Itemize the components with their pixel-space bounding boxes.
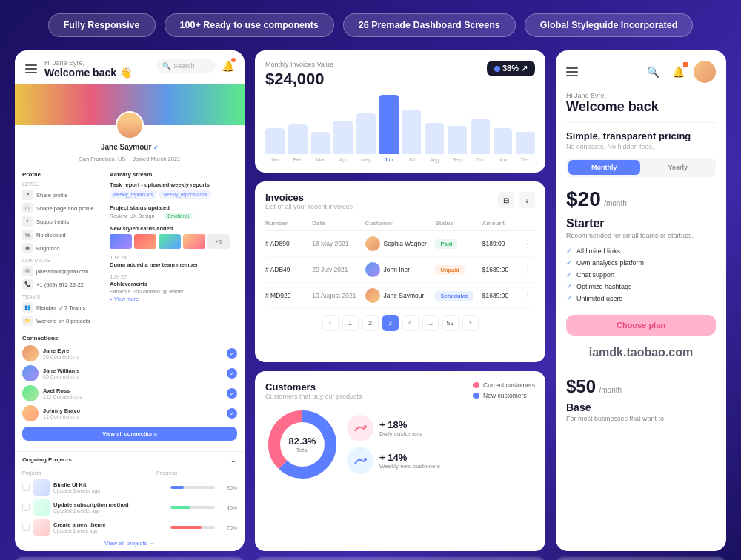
invoice-pagination: ‹ 1 2 3 4 ... 52 › xyxy=(265,309,535,331)
email-icon: ✉ xyxy=(22,266,33,276)
plan1-desc: Recommended for small teams or startups. xyxy=(566,232,716,239)
project-date-0: Updated 3 weeks ago xyxy=(53,488,167,493)
legend-new: New customers xyxy=(473,392,535,399)
profile-item-discount: % No discount xyxy=(22,230,104,240)
panel-right: 🔍 🔔 Hi Jane Eyre, Welcome back Simple, t… xyxy=(556,50,726,551)
th-customer: Customer xyxy=(365,220,436,227)
inv-customer-2: Jane Saymour xyxy=(365,288,436,303)
conn-check-3[interactable]: ✓ xyxy=(227,408,237,419)
project-name-0: Bindle UI Kit xyxy=(53,481,167,488)
bell-area[interactable]: 🔔 xyxy=(222,59,234,73)
feature-label-4: Unlimited users xyxy=(576,295,622,302)
page-ellipsis: ... xyxy=(422,315,439,331)
profile-name: Jane Saymour xyxy=(101,143,151,151)
conn-check-2[interactable]: ✓ xyxy=(227,388,237,399)
profile-member: 👥 Member of 7 Teams xyxy=(22,302,104,313)
connection-2: Axel Ross 112 Connections ✓ xyxy=(22,385,237,401)
invoice-row-1: # ADB49 20 July 2021 John Iner Unpaid $1… xyxy=(265,257,535,283)
connections-section: Connections Jane Eyre 26 Connections ✓ J… xyxy=(15,335,245,451)
conn-avatar-2 xyxy=(22,385,39,401)
row-menu-0[interactable]: ⋮ xyxy=(523,239,535,249)
row-menu-2[interactable]: ⋮ xyxy=(523,290,535,301)
progress-bar-0 xyxy=(170,486,215,489)
progress-fill-2 xyxy=(170,526,202,529)
filter-icon[interactable]: ⊟ xyxy=(498,192,514,208)
refl-mid: Customers xyxy=(255,557,545,560)
feature-label-3: Optimize hashtags xyxy=(576,283,632,290)
file-badge-xls: weekly_reports.xls xyxy=(110,190,156,199)
projects-title: Ongoing Projects xyxy=(22,456,72,463)
bell-dot xyxy=(231,58,236,62)
panel-left: Hi Jane Eyre, Welcome back 👋 🔍 Search 🔔 xyxy=(15,50,245,551)
page-3[interactable]: 3 xyxy=(382,315,399,331)
project-check-2[interactable] xyxy=(22,524,30,531)
search-icon-right[interactable]: 🔍 xyxy=(643,62,662,81)
progress-bar-2 xyxy=(170,526,215,529)
search-placeholder: Search xyxy=(173,62,195,70)
feature-label-1: Own analytics platform xyxy=(576,259,644,267)
conn-avatar-0 xyxy=(22,345,39,361)
chart-badge-text: 38% ↗ xyxy=(502,64,528,73)
cust-avatar-inv-2 xyxy=(365,288,380,303)
conn-check-0[interactable]: ✓ xyxy=(227,348,237,359)
row-menu-1[interactable]: ⋮ xyxy=(523,264,535,275)
view-more-link[interactable]: ▸ View more xyxy=(110,296,237,302)
page-next[interactable]: › xyxy=(462,315,479,331)
project-date-2: Updated 1 week ago xyxy=(53,528,167,533)
hamburger-icon[interactable] xyxy=(25,64,37,73)
page-52[interactable]: 52 xyxy=(442,315,459,331)
activity-date-1: JUY 24 xyxy=(110,255,237,260)
file-badge-docx: weekly_reports.docx xyxy=(159,190,210,199)
hamburger-right[interactable] xyxy=(566,67,578,76)
chart-panel: Monthly Invoices Value $24,000 38% ↗ Jan… xyxy=(255,50,545,173)
customers-stats: + 18% Daily customers + 14% xyxy=(347,415,535,474)
profile-location: San Francisco, US xyxy=(79,156,126,162)
chart-bar-3 xyxy=(333,121,353,154)
inv-date-2: 10 August 2021 xyxy=(312,292,365,299)
conn-info-0: Jane Eyre 26 Connections xyxy=(43,347,222,359)
greeting-small: Hi Jane Eyre, xyxy=(44,59,132,67)
check-icon-2: ✓ xyxy=(566,270,572,279)
support-icon: ✦ xyxy=(22,216,33,227)
bell-icon-right[interactable]: 🔔 xyxy=(668,62,688,81)
feature-list: ✓ All limited links ✓ Own analytics plat… xyxy=(566,247,716,306)
cust-avatar-inv-1 xyxy=(365,262,380,277)
projects-options[interactable]: ⋯ xyxy=(231,459,237,465)
chart-month-3: Apr xyxy=(333,157,353,162)
chart-month-1: Feb xyxy=(288,157,308,162)
conn-check-1[interactable]: ✓ xyxy=(227,368,237,379)
view-all-projects-link[interactable]: View all projects → xyxy=(22,540,237,547)
chart-area xyxy=(265,95,535,154)
user-avatar-right[interactable] xyxy=(694,61,716,83)
teams-label: TEAMS xyxy=(22,294,104,299)
page-2[interactable]: 2 xyxy=(362,315,379,331)
stat-num-weekly: + 14% xyxy=(379,452,440,463)
chart-bar-7 xyxy=(425,123,444,154)
donut-label: 82.3% Total xyxy=(289,436,316,453)
search-box[interactable]: 🔍 Search xyxy=(156,59,216,73)
th-number: Number xyxy=(265,220,312,227)
download-icon[interactable]: ↓ xyxy=(519,192,535,208)
chart-bar-11 xyxy=(516,132,535,154)
view-all-connections-button[interactable]: View all connections xyxy=(22,427,237,441)
chart-months: JanFebMarAprMayJunJulAugSepOctNovDec xyxy=(265,157,535,162)
conn-info-2: Axel Ross 112 Connections xyxy=(43,387,222,399)
project-date-1: Updated 2 weeks ago xyxy=(53,508,167,513)
activity-item-2: New styled cards added +3 xyxy=(110,225,237,249)
right-greeting-big: Welcome back xyxy=(566,99,716,115)
choose-plan-button[interactable]: Choose plan xyxy=(566,315,716,336)
invoices-panel: Invoices List of all your recent invoice… xyxy=(255,181,545,362)
right-header: 🔍 🔔 xyxy=(566,61,716,83)
page-1[interactable]: 1 xyxy=(342,315,359,331)
page-prev[interactable]: ‹ xyxy=(322,315,339,331)
activity-sub-4: Earned a 'Top omitted' @ leader xyxy=(110,289,237,294)
yearly-toggle[interactable]: Yearly xyxy=(642,160,714,175)
page-4[interactable]: 4 xyxy=(402,315,419,331)
project-item-1: Update subscription method Updated 2 wee… xyxy=(22,499,237,516)
project-check-0[interactable] xyxy=(22,484,30,491)
invoices-title: Invoices xyxy=(265,192,353,203)
chart-badge-dot xyxy=(494,66,500,72)
monthly-toggle[interactable]: Monthly xyxy=(568,160,640,175)
project-check-1[interactable] xyxy=(22,504,30,511)
activity-title-3: Duom added a new team member xyxy=(110,261,237,268)
